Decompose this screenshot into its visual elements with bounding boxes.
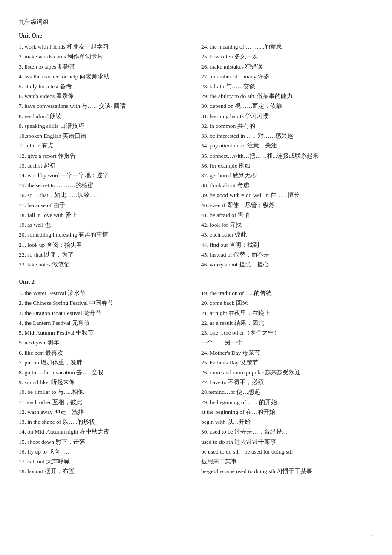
unit2-title: Unit 2 (19, 277, 373, 287)
list-item: 18. fall in love with 爱上 (19, 210, 191, 220)
list-item: 27. have to 不得不，必须 (201, 377, 373, 387)
unit2-left-col: 1. the Water Festival 泼水节2. the Chinese … (19, 288, 191, 476)
list-item: 14. word by word 一字一字地；逐字 (19, 171, 191, 180)
list-item: 2. the Chinese Spring Festival 中国春节 (19, 298, 191, 308)
list-item: 36. for example 例如 (201, 161, 373, 171)
list-item: 29.the beginning of… …的开始 (201, 397, 373, 407)
list-item: 12. wash away 冲走，洗掉 (19, 407, 191, 417)
unit1-section: Unit One 1. work with friends 和朋友一起学习2. … (19, 31, 373, 269)
list-item: 8. read aloud 朗读 (19, 111, 191, 121)
page-title: 九年级词组 (19, 17, 373, 27)
list-item: 17. because of 由于 (19, 200, 191, 210)
list-item: 32. in common 共有的 (201, 121, 373, 131)
list-item: used to do sth 过去常常干某事 (201, 437, 373, 447)
list-item: 24. the meaning of … …....的意思 (201, 42, 373, 52)
list-item: 34. pay attention to 注意；关注 (201, 141, 373, 150)
unit1-right-col: 24. the meaning of … …....的意思25. how oft… (201, 42, 373, 269)
list-item: 27. a number of = many 许多 (201, 72, 373, 81)
list-item: 22. as a result 结果，因此 (201, 318, 373, 328)
list-item: 12. give a report 作报告 (19, 151, 191, 161)
list-item: 6. like best 最喜欢 (19, 348, 191, 358)
list-item: 43. each other 彼此 (201, 230, 373, 240)
list-item: 28.remind…of 使…想起 (201, 387, 373, 397)
list-item: 23. take notes 做笔记 (19, 260, 191, 269)
list-item: 3. listen to tapes 听磁带 (19, 62, 191, 72)
list-item: 4. ask the teacher for help 向老师求助 (19, 72, 191, 81)
list-item: 5. Mid-Autumn Festival 中秋节 (19, 328, 191, 338)
list-item: 38. think about 考虑 (201, 180, 373, 190)
list-item: 3. the Dragon Boat Festival 龙舟节 (19, 308, 191, 318)
list-item: 21. look up 查阅；抬头看 (19, 240, 191, 250)
list-item: 31. learning habits 学习习惯 (201, 111, 373, 121)
list-item: 9. speaking skills 口语技巧 (19, 121, 191, 131)
list-item: 16. fly up to 飞向….. (19, 447, 191, 457)
unit1-grid: 1. work with friends 和朋友一起学习2. make word… (19, 42, 373, 269)
blue-char: 一 (85, 43, 91, 50)
list-item: 22. so that 以便；为了 (19, 250, 191, 260)
unit2-section: Unit 2 1. the Water Festival 泼水节2. the C… (19, 277, 373, 476)
list-item: be/get/become used to doing sth 习惯于干某事 (201, 466, 373, 476)
list-item: 39. be good with = do well in 在……擅长 (201, 190, 373, 200)
list-item: 35. connect…with…把……和...连接或联系起来 (201, 151, 373, 161)
unit1-title: Unit One (19, 31, 373, 41)
list-item: 9. sound like. 听起来像 (19, 377, 191, 387)
list-item: 5. study for a test 备考 (19, 81, 191, 91)
list-item: 13. in the shape of 以…..的形状 (19, 417, 191, 427)
list-item: 37. get bored 感到无聊 (201, 171, 373, 180)
list-item: 23. one…the other（两个之中） (201, 328, 373, 338)
list-item: 13. at first 起初 (19, 161, 191, 171)
list-item: 15. the secret to … ……的秘密 (19, 180, 191, 190)
list-item: 11.a little 有点 (19, 141, 191, 150)
list-item: 11. each other 互相，彼此 (19, 397, 191, 407)
list-item: 42. look for 寻找 (201, 220, 373, 230)
list-item: 一个……另一个… (201, 338, 373, 347)
list-item: 17. call out 大声呼喊 (19, 457, 191, 466)
list-item: 18. lay out 摆开，布置 (19, 466, 191, 476)
list-item: 1. the Water Festival 泼水节 (19, 288, 191, 298)
list-item: 33. be interested in ……对……感兴趣 (201, 131, 373, 141)
list-item: 30. used to be 过去是…，曾经是… (201, 427, 373, 436)
list-item: 26. make mistakes 犯错误 (201, 62, 373, 72)
list-item: 41. be afraid of 害怕 (201, 210, 373, 220)
list-item: 46. worry about 担忧；担心 (201, 260, 373, 269)
list-item: 10.spoken English 英语口语 (19, 131, 191, 141)
list-item: 20. something interesting 有趣的事情 (19, 230, 191, 240)
list-item: 30. depend on 视……而定，依靠 (201, 101, 373, 111)
list-item: 4. the Lantern Festival 元宵节 (19, 318, 191, 328)
list-item: 10. be similar to 与…..相似 (19, 387, 191, 397)
list-item: 15. shoot down 射下，击落 (19, 437, 191, 447)
list-item: 25. how often 多久一次 (201, 52, 373, 61)
list-item: be used to do sth =be used for doing sth (201, 447, 373, 457)
list-item: 28. talk to 与……交谈 (201, 81, 373, 91)
list-item: 20. come back 回来 (201, 298, 373, 308)
unit2-right-col: 19. the tradition of …..的传统20. come back… (201, 288, 373, 476)
list-item: 44. find out 查明；找到 (201, 240, 373, 250)
list-item: 29. the ability to do sth. 做某事的能力 (201, 91, 373, 101)
list-item: 5. next year 明年 (19, 338, 191, 347)
list-item: 19. as well 也 (19, 220, 191, 230)
list-item: 26. more and more popular 越来越受欢迎 (201, 367, 373, 377)
list-item: 7. have conversations with 与……交谈/ 回话 (19, 101, 191, 111)
list-item: 1. work with friends 和朋友一起学习 (19, 42, 191, 52)
list-item: at the beginning of 在…的开始 (201, 407, 373, 417)
list-item: 7. put on 增加体重，发胖 (19, 358, 191, 367)
list-item: begin with 以…开始 (201, 417, 373, 427)
list-item: 21. at night 在夜里，在晚上 (201, 308, 373, 318)
list-item: 16. so …that…如此……以致…… (19, 190, 191, 200)
unit1-left-col: 1. work with friends 和朋友一起学习2. make word… (19, 42, 191, 269)
unit2-grid: 1. the Water Festival 泼水节2. the Chinese … (19, 288, 373, 476)
list-item: 40. even if 即使；尽管；纵然 (201, 200, 373, 210)
list-item: 2. make words cards 制作单词卡片 (19, 52, 191, 61)
list-item: 45. instead of 代替；而不是 (201, 250, 373, 260)
list-item: 8. go to….for a vacation 去…..度假 (19, 367, 191, 377)
list-item: 25. Father's Day 父亲节 (201, 358, 373, 367)
list-item: 14. on Mid-Autumn night 在中秋之夜 (19, 427, 191, 436)
list-item: 24. Mother's Day 母亲节 (201, 348, 373, 358)
list-item: 被用来干某事 (201, 457, 373, 466)
list-item: 19. the tradition of …..的传统 (201, 288, 373, 298)
list-item: 6. watch videos 看录像 (19, 91, 191, 101)
